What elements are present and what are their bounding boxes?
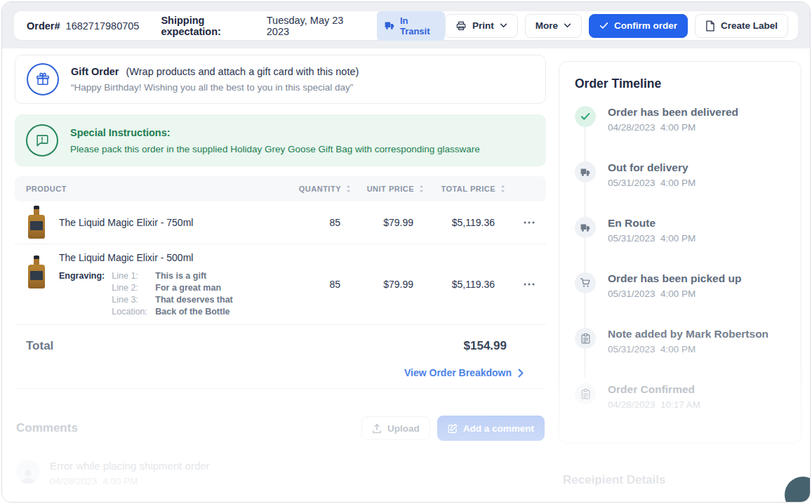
quantity-value: 85 [289, 279, 352, 290]
engraving-block: Engraving: Line 1: This is a gift Line 2… [59, 270, 233, 317]
timeline-event-timestamp: 05/31/2023 4:00 PM [608, 233, 695, 244]
confirm-order-button[interactable]: Confirm order [589, 14, 688, 38]
view-order-breakdown-label: View Order Breakdown [404, 367, 512, 378]
shipping-expectation-value: Tuesday, May 23 2023 [267, 15, 363, 37]
note-icon [575, 383, 596, 404]
order-detail-window: Order# 1682717980705 Shipping expectatio… [1, 1, 811, 503]
gift-order-title: Gift Order [71, 66, 119, 77]
column-header-total-price[interactable]: TOTAL PRICE [425, 185, 507, 193]
row-menu-button[interactable] [507, 283, 535, 286]
order-timeline-title: Order Timeline [575, 77, 785, 91]
comment-item: Error while placing shipment order 04/28… [16, 460, 545, 486]
order-sidebar: Order Timeline Order has been delivered … [559, 55, 801, 503]
view-order-breakdown-link[interactable]: View Order Breakdown [404, 367, 524, 378]
ellipsis-icon [524, 221, 535, 224]
order-number-label: Order# [27, 20, 60, 32]
check-icon [575, 106, 596, 127]
main-content: Gift Order (Wrap products and attach a g… [2, 48, 810, 503]
product-thumbnail [26, 206, 47, 239]
more-button-label: More [535, 20, 558, 31]
product-name: The Liquid Magic Elixir - 500ml [59, 252, 193, 263]
special-instructions-text: Please pack this order in the supplied H… [70, 144, 480, 154]
message-alert-icon [26, 124, 58, 157]
product-cell: The Liquid Magic Elixir - 750ml [26, 206, 289, 239]
quantity-value: 85 [289, 217, 352, 228]
special-instructions-text-block: Special Instructions: Please pack this o… [70, 127, 480, 154]
timeline-event-timestamp: 05/31/2023 4:00 PM [608, 344, 768, 354]
timeline-event: Order has been delivered 04/28/2023 4:00… [575, 106, 785, 133]
total-price-value: $5,119.36 [425, 217, 507, 228]
product-name: The Liquid Magic Elixir - 750ml [59, 217, 193, 228]
avatar [16, 460, 40, 484]
order-actions: Print More Confirm order [445, 14, 788, 38]
create-label-label: Create Label [721, 20, 778, 31]
sort-icon[interactable] [345, 185, 352, 193]
engraving-line-label: Line 3: [112, 294, 155, 305]
top-strip: Order# 1682717980705 Shipping expectatio… [2, 2, 810, 48]
engraving-line-label: Line 1: [112, 270, 155, 281]
product-thumbnail [26, 256, 47, 289]
recipient-details-title: Receipient Details [563, 473, 797, 487]
total-price-value: $5,119.36 [425, 279, 507, 290]
timeline-event-title: Order Confirmed [608, 383, 700, 396]
chevron-down-icon [500, 23, 507, 28]
total-value: $154.99 [464, 339, 535, 353]
column-header-quantity[interactable]: QUANTITY [289, 185, 352, 193]
upload-button-label: Upload [387, 423, 420, 434]
timeline-event-title: Note added by Mark Robertson [608, 328, 768, 340]
print-button-label: Print [472, 20, 494, 31]
table-row: The Liquid Magic Elixir - 750ml 85 $79.9… [15, 201, 546, 244]
truck-icon [385, 21, 395, 30]
upload-button[interactable]: Upload [361, 416, 430, 440]
timeline-event: En Route 05/31/2023 4:00 PM [575, 217, 785, 244]
engraving-line-value: This is a gift [155, 270, 232, 281]
upload-icon [372, 423, 382, 434]
more-button[interactable]: More [525, 14, 582, 38]
comments-header: Comments Upload Add a commen [16, 416, 545, 441]
shipping-expectation-label: Shipping expectation: [161, 15, 260, 37]
timeline-event-timestamp: 04/28/2023 10:17 AM [608, 399, 700, 410]
note-icon [575, 328, 596, 349]
engraving-line-label: Line 2: [112, 282, 155, 293]
comments-title: Comments [16, 421, 361, 435]
gift-order-subtitle: (Wrap products and attach a gift card wi… [126, 66, 359, 77]
add-comment-button[interactable]: Add a comment [437, 416, 545, 441]
add-comment-label: Add a comment [463, 423, 534, 434]
recipient-details-section: Receipient Details Name: Will Heinzmann … [559, 473, 801, 503]
unit-price-value: $79.99 [352, 279, 425, 290]
order-header-bar: Order# 1682717980705 Shipping expectatio… [14, 11, 798, 40]
order-total-block: Total $154.99 View Order Breakdown [15, 325, 546, 389]
sort-icon[interactable] [418, 185, 425, 193]
row-menu-button[interactable] [507, 221, 535, 224]
recipient-name-label: Name: [563, 501, 595, 503]
timeline-event: Order Confirmed 04/28/2023 10:17 AM [575, 383, 785, 410]
truck-icon [575, 217, 596, 238]
order-number-value: 1682717980705 [66, 20, 140, 32]
printer-icon [455, 20, 467, 32]
print-button[interactable]: Print [445, 14, 518, 38]
sort-icon[interactable] [499, 185, 507, 193]
comments-section: Comments Upload Add a commen [15, 416, 546, 503]
file-icon [705, 20, 715, 32]
engraving-lines: Line 1: This is a gift Line 2: For a gre… [112, 270, 232, 317]
product-cell: The Liquid Magic Elixir - 500ml Engravin… [26, 251, 289, 317]
comment-text: Error while placing shipment order [50, 460, 210, 472]
column-header-product: PRODUCT [26, 185, 289, 193]
special-instructions-card: Special Instructions: Please pack this o… [15, 114, 546, 166]
timeline-events: Order has been delivered 04/28/2023 4:00… [575, 106, 785, 410]
column-header-unit-price[interactable]: UNIT PRICE [352, 185, 425, 193]
chevron-down-icon [564, 23, 571, 28]
recipient-name-value: Will Heinzmann [604, 501, 677, 503]
timeline-event: Out for delivery 05/31/2023 4:00 PM [575, 161, 785, 188]
timeline-event-title: Order has been delivered [608, 106, 738, 119]
timeline-event-timestamp: 04/28/2023 4:00 PM [608, 122, 738, 133]
gift-order-text: Gift Order (Wrap products and attach a g… [71, 66, 359, 93]
timeline-event-title: Order has been picked up [608, 272, 741, 285]
timeline-event: Order has been picked up 05/31/2023 4:00… [575, 272, 785, 299]
order-detail-column: Gift Order (Wrap products and attach a g… [15, 55, 546, 503]
gift-icon [27, 63, 59, 95]
create-label-button[interactable]: Create Label [695, 14, 788, 38]
cart-icon [575, 272, 596, 293]
engraving-line-label: Location: [112, 306, 155, 317]
engraving-line-value: Back of the Bottle [155, 306, 232, 317]
